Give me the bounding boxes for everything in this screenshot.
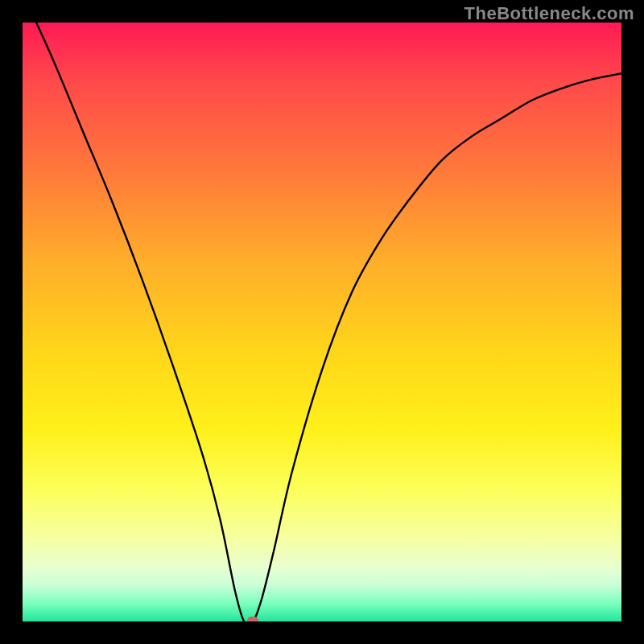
minimum-marker-dot [247,617,258,621]
watermark-text: TheBottleneck.com [464,3,634,24]
bottleneck-curve [23,23,621,621]
plot-area [23,23,621,621]
frame: TheBottleneck.com [0,0,644,644]
